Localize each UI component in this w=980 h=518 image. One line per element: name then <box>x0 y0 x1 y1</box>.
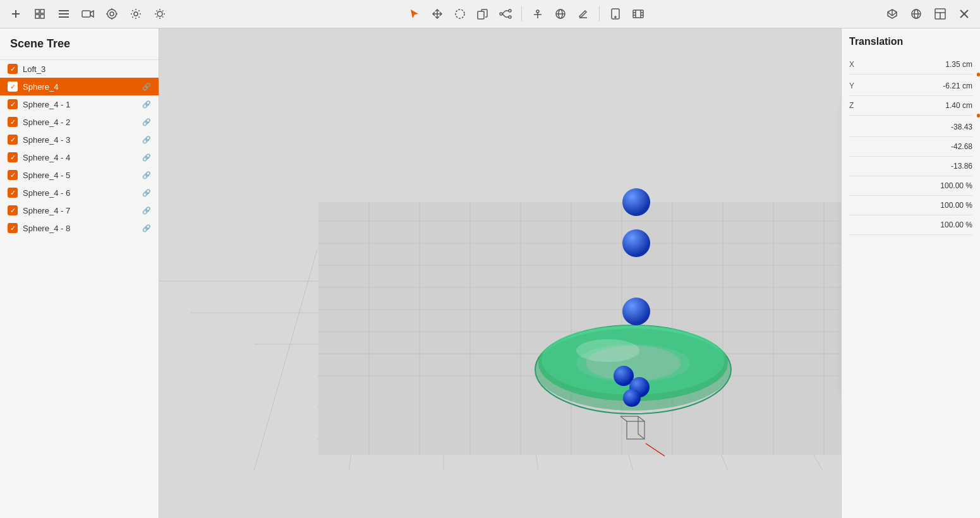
scene-item-sphere4-5[interactable]: ✓ Sphere_4 - 5 🔗 <box>0 166 159 184</box>
svg-rect-29 <box>478 11 484 19</box>
link-icon-sphere4-5: 🔗 <box>142 171 151 179</box>
scene-item-sphere4-5-label: Sphere_4 - 5 <box>23 171 137 180</box>
scene-item-sphere4-1[interactable]: ✓ Sphere_4 - 1 🔗 <box>0 95 159 113</box>
svg-rect-3 <box>40 9 44 13</box>
menu-icon[interactable] <box>54 4 73 23</box>
scene-tree-title: Scene Tree <box>0 28 159 60</box>
svg-point-16 <box>134 12 138 16</box>
translation-row-y: Y -6.21 cm <box>849 76 972 96</box>
checkbox-sphere4-3[interactable]: ✓ <box>8 135 18 145</box>
checkbox-loft3[interactable]: ✓ <box>8 64 18 74</box>
svg-point-45 <box>615 16 616 18</box>
cube-icon[interactable] <box>883 4 902 23</box>
viewport[interactable]: Environment Friction 10.00 % Bounce 10.0… <box>159 28 841 518</box>
sphere-icon[interactable] <box>551 4 570 23</box>
scene-item-sphere4-4[interactable]: ✓ Sphere_4 - 4 🔗 <box>0 148 159 166</box>
checkbox-sphere4-5[interactable]: ✓ <box>8 170 18 180</box>
axis-y-value: -6.21 cm <box>943 81 972 90</box>
layout-icon[interactable] <box>931 4 950 23</box>
axis-6-value: -13.86 <box>951 162 972 171</box>
svg-line-25 <box>157 16 158 18</box>
axis-7-value: 100.00 % <box>940 181 972 190</box>
checkbox-sphere4-7[interactable]: ✓ <box>8 205 18 215</box>
toolbar-left <box>6 4 169 23</box>
film-icon[interactable] <box>629 4 648 23</box>
svg-point-37 <box>536 10 539 13</box>
svg-rect-46 <box>633 10 643 18</box>
checkbox-sphere4-8[interactable]: ✓ <box>8 223 18 233</box>
axis-4-value: -38.43 <box>951 123 972 131</box>
link-icon-sphere4-4: 🔗 <box>142 154 151 162</box>
plus-icon[interactable] <box>6 4 25 23</box>
svg-point-106 <box>622 229 650 257</box>
toolbar-right <box>883 4 974 23</box>
checkbox-sphere4-1[interactable]: ✓ <box>8 99 18 109</box>
axis-5-value: -42.68 <box>951 142 972 151</box>
svg-line-54 <box>888 12 892 16</box>
grid-icon[interactable] <box>30 4 49 23</box>
svg-line-23 <box>162 16 164 18</box>
toolbar-divider-1 <box>521 6 522 21</box>
link-icon-sphere4-2: 🔗 <box>142 118 151 126</box>
checkbox-sphere4[interactable]: ✓ <box>8 81 18 92</box>
svg-point-30 <box>500 13 502 15</box>
axis-z-value: 1.40 cm <box>945 101 972 110</box>
axis-z-label: Z <box>849 101 854 110</box>
translation-title: Translation <box>849 36 972 47</box>
phone-icon[interactable] <box>606 4 625 23</box>
checkbox-sphere4-4[interactable]: ✓ <box>8 152 18 162</box>
select-circle-icon[interactable] <box>451 4 469 23</box>
sun-icon[interactable] <box>150 4 169 23</box>
edit-icon[interactable] <box>574 4 593 23</box>
right-panel: Translation X 1.35 cm Y -6.21 cm Z 1.40 … <box>841 28 980 518</box>
camera-record-icon[interactable] <box>78 4 97 23</box>
toolbar-center <box>174 4 878 23</box>
svg-rect-5 <box>40 15 44 18</box>
svg-point-31 <box>509 9 511 12</box>
scene-items-list: ✓ Loft_3 ✓ Sphere_4 🔗 ✓ Sphere_4 - 1 🔗 ✓… <box>0 60 159 518</box>
checkbox-sphere4-6[interactable]: ✓ <box>8 188 18 198</box>
toolbar-divider-2 <box>599 6 600 21</box>
globe-icon[interactable] <box>907 4 926 23</box>
scene-item-sphere4-6[interactable]: ✓ Sphere_4 - 6 🔗 <box>0 184 159 202</box>
scene-item-loft3[interactable]: ✓ Loft_3 <box>0 60 159 78</box>
svg-line-33 <box>502 11 505 14</box>
translation-row-6: -13.86 <box>849 157 972 176</box>
scene-item-sphere4-7[interactable]: ✓ Sphere_4 - 7 🔗 <box>0 202 159 219</box>
translation-row-z: Z 1.40 cm <box>849 96 972 116</box>
scene-item-loft3-label: Loft_3 <box>23 64 151 74</box>
close-x-icon[interactable] <box>955 4 974 23</box>
link-icon-sphere4-1: 🔗 <box>142 100 151 109</box>
x-orange-indicator <box>977 73 980 76</box>
axis-y-label: Y <box>849 81 854 90</box>
sphere-top <box>622 188 650 216</box>
scene-item-sphere4-6-label: Sphere_4 - 6 <box>23 188 137 198</box>
cursor-tool-icon[interactable] <box>405 4 424 23</box>
scene-item-sphere4-7-label: Sphere_4 - 7 <box>23 206 137 215</box>
translation-row-4: -38.43 <box>849 117 972 137</box>
svg-line-35 <box>502 14 505 17</box>
svg-rect-9 <box>82 11 90 17</box>
toolbar <box>0 0 980 28</box>
scene-item-sphere4-4-label: Sphere_4 - 4 <box>23 153 137 162</box>
z-orange-indicator <box>977 114 980 117</box>
scene-item-sphere4-8[interactable]: ✓ Sphere_4 - 8 🔗 <box>0 219 159 237</box>
scene-item-sphere4[interactable]: ✓ Sphere_4 🔗 <box>0 78 159 95</box>
duplicate-icon[interactable] <box>473 4 492 23</box>
axis-9-value: 100.00 % <box>940 220 972 229</box>
svg-point-110 <box>623 389 641 407</box>
branch-icon[interactable] <box>496 4 515 23</box>
svg-rect-80 <box>318 202 841 455</box>
anchor-icon[interactable] <box>528 4 547 23</box>
settings-icon[interactable] <box>126 4 145 23</box>
move-tool-icon[interactable] <box>428 4 447 23</box>
scene-item-sphere4-3[interactable]: ✓ Sphere_4 - 3 🔗 <box>0 131 159 148</box>
svg-point-107 <box>622 298 650 325</box>
link-icon-sphere4-7: 🔗 <box>142 207 151 215</box>
svg-point-17 <box>157 11 162 16</box>
scene-item-sphere4-2[interactable]: ✓ Sphere_4 - 2 🔗 <box>0 113 159 131</box>
target-icon[interactable] <box>102 4 121 23</box>
checkbox-sphere4-2[interactable]: ✓ <box>8 117 18 127</box>
svg-line-55 <box>892 12 897 16</box>
link-icon-sphere4-3: 🔗 <box>142 136 151 144</box>
